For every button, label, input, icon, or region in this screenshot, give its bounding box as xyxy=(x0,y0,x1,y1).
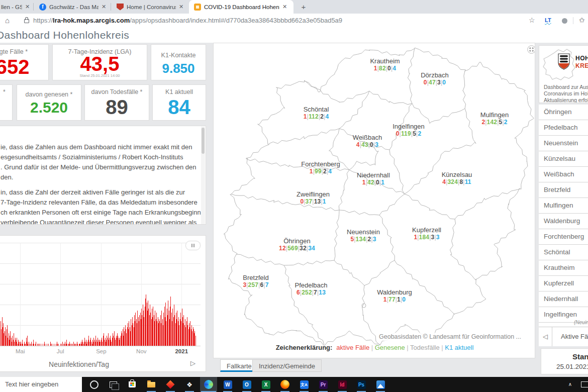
sidebar-item-forchtenberg[interactable]: Forchtenberg xyxy=(539,229,588,245)
excel-icon[interactable]: X xyxy=(257,377,274,392)
cortana-icon[interactable] xyxy=(85,377,103,392)
firefox-icon[interactable] xyxy=(276,377,293,392)
kpi-value: 89 xyxy=(85,96,149,119)
tab-close-icon[interactable]: ✕ xyxy=(102,4,106,10)
browser-tab-1[interactable]: llen - GSCHW ✕ xyxy=(0,0,32,14)
kpi-note: Stand 25.01.2021 14:00 xyxy=(53,73,147,78)
municipality-label-forchtenberg: Forchtenberg1|99|2|4 xyxy=(301,160,340,175)
tab-close-icon[interactable]: ✕ xyxy=(25,4,30,10)
municipality-border xyxy=(284,260,334,265)
new-tab-button[interactable]: + xyxy=(299,2,309,12)
task-view-icon[interactable] xyxy=(105,377,122,392)
outlook-icon[interactable]: O xyxy=(238,377,255,392)
word-icon[interactable]: W xyxy=(219,377,236,392)
municipality-border xyxy=(304,81,369,102)
url-path: /apps/opsdashboard/index.html#/d770da3ea… xyxy=(130,17,342,24)
tab-divider xyxy=(33,3,34,11)
indesign-icon[interactable]: Id xyxy=(334,377,351,392)
municipality-label-zweiflingen: Zweiflingen0|37|13|1 xyxy=(297,190,330,205)
panel-collapse-icon[interactable]: ◁ xyxy=(539,327,552,346)
legend-title: Zeichenerklärung: xyxy=(276,344,333,351)
kpi-value: 9.850 xyxy=(151,61,206,76)
tray-partial-icon[interactable] xyxy=(581,381,588,387)
url-domain: lra-hok.maps.arcgis.com xyxy=(53,17,130,24)
map-expand-icon[interactable] xyxy=(527,45,535,54)
municipality-values: 1|82|0|4 xyxy=(370,65,400,72)
translator-icon[interactable]: 文A xyxy=(296,377,313,392)
sidebar-item-krautheim[interactable]: Krautheim xyxy=(539,260,588,276)
map-panel[interactable]: Krautheim1|82|0|4Dörzbach0|47|3|0Schönta… xyxy=(213,43,535,358)
tab-close-icon[interactable]: ✕ xyxy=(179,4,183,10)
tray-chevron-icon[interactable]: ∧ xyxy=(568,381,572,387)
premiere-icon[interactable]: Pr xyxy=(315,377,332,392)
kpi-label: davon Todesfälle * xyxy=(85,88,149,95)
notes-panel: ie, dass die Zahlen aus dem Dashboard ni… xyxy=(0,126,206,225)
municipality-border xyxy=(463,71,466,109)
kpi-k1-contacts: K1-Kontakte 9.850 xyxy=(151,44,206,80)
municipality-label-waldenburg: Waldenburg1|77|1|0 xyxy=(377,288,412,303)
dropbox-icon[interactable]: ❖ xyxy=(181,377,198,392)
sidebar-description-link[interactable]: Aktualisierung erfolg xyxy=(544,97,588,103)
sidebar-item-niedernhall[interactable]: Niedernhall xyxy=(539,291,588,307)
municipality-name: Dörzbach xyxy=(421,71,449,79)
municipality-label-hringen: Öhringen12|569|32|34 xyxy=(279,237,315,252)
browser-tab-3[interactable]: Home | Coronavirus im Hohenlo ✕ xyxy=(113,0,187,14)
sidebar-item-knzelsau[interactable]: Künzelsau xyxy=(539,151,588,167)
favorite-star-icon[interactable]: ☆ xyxy=(529,16,535,24)
scrollbar-thumb[interactable] xyxy=(202,128,205,154)
sidebar-item-bretzfeld[interactable]: Bretzfeld xyxy=(539,182,588,198)
chart-next-arrow-icon[interactable]: ▷ xyxy=(190,359,195,367)
tab-inzidenz-gemeinde[interactable]: Inzidenz/Gemeinde xyxy=(252,359,322,372)
photos-icon[interactable] xyxy=(372,377,389,392)
keeper-icon[interactable] xyxy=(162,377,179,392)
sidebar-municipality-list: ÖhringenPfedelbachNeuensteinKünzelsauWei… xyxy=(539,105,588,323)
notes-paragraph-1: ie, dass die Zahlen aus dem Dashboard ni… xyxy=(1,142,196,182)
collections-star-icon[interactable]: ✩ xyxy=(579,16,585,24)
sidebar-item-weibach[interactable]: Weißbach xyxy=(539,167,588,182)
municipality-border xyxy=(445,109,476,151)
x-tick-label: 2021 xyxy=(175,348,188,354)
lock-icon[interactable] xyxy=(24,19,29,23)
municipality-border xyxy=(334,260,364,285)
store-icon[interactable] xyxy=(124,377,141,392)
municipality-name: Weißbach xyxy=(353,134,382,141)
tab-aktive-faelle[interactable]: Aktive Fälle xyxy=(561,327,588,346)
photoshop-icon[interactable]: Ps xyxy=(353,377,370,392)
extension-dot-icon[interactable] xyxy=(562,18,567,24)
kpi-label: * xyxy=(3,88,6,95)
map-canvas[interactable] xyxy=(214,43,535,358)
home-icon[interactable]: ⌂ xyxy=(5,16,10,25)
map-legend: Zeichenerklärung:aktive Fälle | Genesene… xyxy=(214,344,535,351)
municipality-border xyxy=(389,150,405,194)
browser-tab-2[interactable]: f Gschwätz - Das Magazin | Faceb ✕ xyxy=(35,0,110,14)
sidebar-description-line: Coronavirus im Hohe xyxy=(544,90,588,96)
municipality-label-ingelfingen: Ingelfingen0|119|5|2 xyxy=(393,123,425,137)
kpi-value: 2.652 xyxy=(0,56,48,78)
url-field[interactable]: https://lra-hok.maps.arcgis.com/apps/ops… xyxy=(33,17,342,24)
municipality-border xyxy=(339,91,369,129)
taskbar-search-box[interactable]: Text hier eingeben xyxy=(0,377,82,392)
map-tab-bar: Fallkarte Inzidenz/Gemeinde xyxy=(213,358,535,372)
notes-line: verbleibende Quarantänezeit dieser Perso… xyxy=(1,218,201,225)
edge-icon[interactable] xyxy=(200,377,217,392)
sidebar-item-pfedelbach[interactable]: Pfedelbach xyxy=(539,120,588,136)
sidebar-item-neuenstein[interactable]: Neuenstein xyxy=(539,136,588,151)
sidebar-item-schntal[interactable]: Schöntal xyxy=(539,245,588,260)
chart-pause-button[interactable] xyxy=(185,241,201,250)
notes-scrollbar[interactable] xyxy=(201,127,205,225)
sidebar-item-waldenburg[interactable]: Waldenburg xyxy=(539,214,588,229)
municipality-values: 4|43|0|3 xyxy=(353,141,382,148)
notes-line: ch erkrankten Personen oft erst einige T… xyxy=(1,208,201,218)
municipality-border xyxy=(294,306,324,345)
tab-close-icon[interactable]: ✕ xyxy=(282,4,287,10)
lt-extension-icon[interactable]: LT xyxy=(545,17,551,23)
tab-title: Gschwätz - Das Magazin | Faceb xyxy=(49,4,99,10)
sidebar-item-mulfingen[interactable]: Mulfingen xyxy=(539,198,588,214)
sidebar-item-kupferzell[interactable]: Kupferzell xyxy=(539,276,588,291)
file-explorer-icon[interactable] xyxy=(143,377,160,392)
sidebar-item-hringen[interactable]: Öhringen xyxy=(539,105,588,120)
notes-paragraph-2: in, dass die Zahl der derzeit aktiven Fä… xyxy=(1,187,201,225)
municipality-values: 12|569|32|34 xyxy=(279,245,315,252)
municipality-values: 1|77|1|0 xyxy=(377,296,412,303)
browser-tab-active[interactable]: COVID-19 Dashboard Hohenloh ✕ xyxy=(189,0,293,14)
